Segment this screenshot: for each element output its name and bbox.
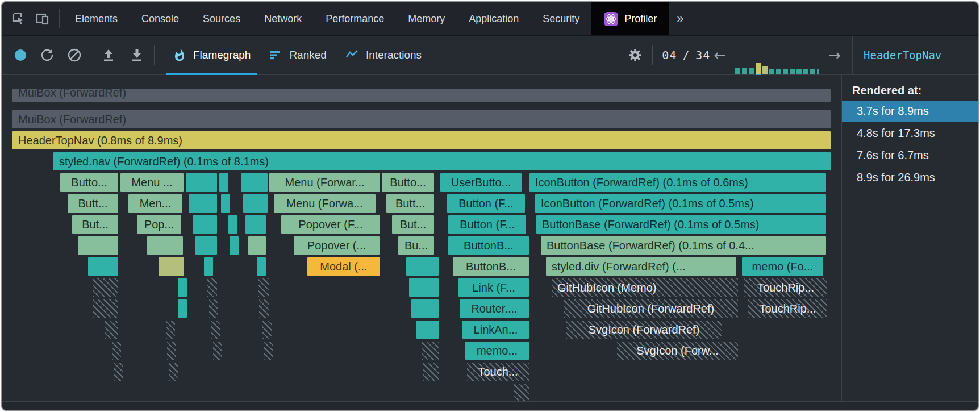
flame-bar[interactable]: memo... [465,342,529,360]
flame-bar[interactable]: GitHubIcon (Memo) [552,278,738,297]
flame-bar[interactable] [245,215,266,234]
reload-icon[interactable] [40,48,55,63]
flame-bar[interactable]: Link (F... [458,278,529,297]
flame-bar[interactable] [159,257,184,276]
flame-bar[interactable]: Butto... [60,173,118,192]
flame-bar[interactable] [257,257,266,276]
flame-bar[interactable]: LinkAn... [462,321,529,339]
snapshot-bar[interactable] [769,69,774,74]
flame-bar[interactable]: Button (F... [447,194,525,213]
flame-bar[interactable]: IconButton (ForwardRef) (0.1ms of 0.6ms) [529,173,826,192]
flame-bar[interactable] [416,321,439,339]
commit-list-item[interactable]: 8.9s for 26.9ms [842,167,978,188]
flame-bar[interactable]: Bu... [398,236,434,255]
flame-bar[interactable]: Popover (... [294,236,380,255]
flame-bar[interactable]: ButtonB... [448,236,529,255]
flame-bar[interactable] [169,363,178,381]
flame-bar[interactable] [228,215,237,234]
tab-profiler[interactable]: Profiler [591,2,669,35]
view-tab-flamegraph[interactable]: Flamegraph [164,36,260,74]
flame-bar[interactable] [193,215,217,234]
flame-bar[interactable] [514,384,529,401]
flame-bar[interactable]: But... [72,215,118,234]
flame-bar[interactable]: Menu ... [120,173,184,192]
record-button[interactable] [14,48,27,62]
flame-bar[interactable]: Popover (F... [281,215,380,234]
flame-bar[interactable]: Menu (Forwar... [269,173,380,192]
flame-bar[interactable] [221,194,230,213]
flame-bar[interactable]: Menu (Forwa... [274,194,376,213]
flame-bar[interactable] [264,342,273,360]
snapshot-bar[interactable] [790,69,795,74]
snapshot-bar[interactable] [762,66,768,74]
flame-bar[interactable] [78,236,118,255]
flame-bar[interactable]: styled.nav (ForwardRef) (0.1ms of 8.1ms) [53,152,831,170]
flame-bar[interactable] [178,299,187,318]
flame-bar[interactable]: styled.div (ForwardRef) (... [546,257,736,276]
flame-bar[interactable] [186,173,217,192]
download-icon[interactable] [129,47,145,63]
flame-bar[interactable] [241,173,268,192]
flame-bar[interactable]: ButtonB... [453,257,529,276]
flame-bar[interactable] [167,342,176,360]
flame-bar[interactable]: ButtonBase (ForwardRef) (0.1ms of 0.4... [541,236,826,255]
flame-bar[interactable] [114,363,123,381]
flame-bar[interactable]: TouchRip... [744,278,827,297]
selected-component-name[interactable]: HeaderTopNav [864,49,941,61]
flame-bar[interactable]: Pop... [137,215,181,234]
flame-bar[interactable]: Router.... [460,299,529,318]
flame-bar[interactable]: Butt... [386,194,434,213]
next-commit-button[interactable]: → [825,47,844,64]
upload-icon[interactable] [101,47,116,63]
flame-bar[interactable]: IconButton (ForwardRef) (0.1ms of 0.5ms) [535,194,826,213]
gear-icon[interactable] [627,47,643,63]
flame-bar[interactable] [422,342,439,360]
flame-bar[interactable] [213,342,222,360]
flame-bar[interactable] [211,321,220,339]
flame-bar[interactable]: Men... [128,194,182,213]
flame-bar[interactable]: Touch... [467,363,529,381]
flame-bar[interactable]: But... [392,215,434,234]
flame-bar[interactable]: Modal (... [307,257,380,276]
flame-bar[interactable] [243,194,268,213]
flame-bar[interactable] [147,236,183,255]
flame-bar[interactable]: GitHubIcon (ForwardRef) [564,299,738,318]
more-tabs-chevron[interactable]: » [669,2,691,35]
flame-bar[interactable] [93,278,118,297]
flame-bar[interactable] [207,278,217,297]
snapshot-bar[interactable] [796,69,802,74]
snapshot-bar[interactable] [817,69,819,74]
flame-bar[interactable]: UserButto... [440,173,522,192]
flame-bar[interactable]: SvgIcon (Forw... [617,342,738,360]
flame-bar[interactable] [262,321,272,339]
device-toolbar-icon[interactable] [35,11,50,26]
flame-bar[interactable] [230,236,239,255]
tab-security[interactable]: Security [531,2,591,35]
view-tab-interactions[interactable]: Interactions [336,36,431,74]
clear-icon[interactable] [67,48,82,63]
tab-performance[interactable]: Performance [314,2,396,35]
inspect-element-icon[interactable] [11,11,26,26]
flame-bar[interactable] [88,257,118,276]
snapshot-bar[interactable] [783,69,788,74]
snapshot-bar[interactable] [810,69,815,74]
flame-bar[interactable]: MuiBox (ForwardRef) [12,89,831,102]
tab-application[interactable]: Application [457,2,531,35]
flame-bar[interactable] [178,278,187,297]
tab-elements[interactable]: Elements [63,2,130,35]
flame-bar[interactable] [166,321,175,339]
tab-sources[interactable]: Sources [191,2,252,35]
snapshot-bar[interactable] [742,68,747,74]
flame-bar[interactable] [259,299,269,318]
flame-bar[interactable]: MuiBox (ForwardRef) [12,110,831,128]
flame-bar[interactable] [219,173,228,192]
snapshot-bar[interactable] [803,69,808,74]
flame-bar[interactable]: SvgIcon (ForwardRef) [566,321,722,339]
flame-bar[interactable] [258,278,269,297]
flame-bar[interactable] [93,299,118,318]
tab-console[interactable]: Console [130,2,191,35]
flame-bar[interactable] [406,257,439,276]
commit-list-item[interactable]: 3.7s for 8.9ms [842,101,978,122]
flame-bar[interactable]: ButtonBase (ForwardRef) (0.1ms of 0.5ms) [536,215,826,234]
flame-bar[interactable] [195,236,217,255]
